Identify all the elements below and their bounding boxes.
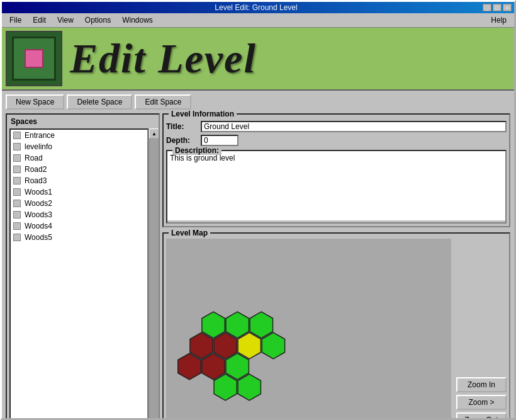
header-area: Edit Level — [2, 28, 514, 91]
title-row: Title: — [166, 121, 507, 132]
list-item-checkbox — [13, 154, 21, 162]
header-title: Edit Level — [70, 35, 257, 82]
level-map-label: Level Map — [169, 229, 210, 237]
list-item-checkbox — [13, 188, 21, 196]
depth-row: Depth: — [166, 135, 507, 146]
list-item[interactable]: Entrance — [11, 130, 147, 141]
hex-cell[interactable] — [226, 353, 249, 380]
list-item-label: Woods2 — [25, 199, 52, 208]
list-item[interactable]: Woods3 — [11, 209, 147, 220]
list-item-label: Entrance — [25, 131, 55, 140]
list-item-label: Road2 — [25, 165, 47, 174]
scroll-track — [149, 139, 159, 420]
list-item[interactable]: Woods5 — [11, 232, 147, 243]
menu-help[interactable]: Help — [486, 14, 512, 26]
right-panel: Level Information Title: Depth: — [162, 113, 510, 420]
list-item-checkbox — [13, 222, 21, 230]
list-item-label: Road3 — [25, 176, 47, 185]
list-item-label: levelinfo — [25, 142, 52, 151]
list-scrollbar[interactable]: ▲ ▼ — [149, 128, 159, 420]
title-input[interactable] — [201, 121, 507, 132]
list-item-checkbox — [13, 166, 21, 173]
menu-windows[interactable]: Windows — [117, 14, 158, 26]
menu-bar: File Edit View Options Windows Help — [2, 13, 514, 28]
menu-options[interactable]: Options — [80, 14, 116, 26]
hex-cell[interactable] — [214, 332, 237, 359]
list-item-label: Woods1 — [25, 188, 52, 196]
depth-label: Depth: — [166, 136, 201, 145]
level-info-label: Level Information — [169, 110, 237, 118]
menu-file[interactable]: File — [4, 14, 26, 26]
content-area: New Space Delete Space Edit Space Spaces… — [2, 91, 514, 420]
list-item-checkbox — [13, 211, 21, 219]
hex-cell[interactable] — [226, 312, 249, 338]
description-input[interactable]: This is ground level — [167, 151, 505, 220]
delete-space-button[interactable]: Delete Space — [67, 94, 132, 110]
hex-cell[interactable] — [178, 353, 201, 380]
hex-cell[interactable] — [238, 374, 261, 400]
header-logo — [6, 31, 62, 86]
main-panels: Spaces EntrancelevelinfoRoadRoad2Road3Wo… — [2, 110, 514, 420]
zoom-in-button[interactable]: Zoom In — [456, 377, 507, 392]
hex-cell[interactable] — [250, 312, 272, 338]
list-container: EntrancelevelinfoRoadRoad2Road3Woods1Woo… — [7, 128, 159, 420]
list-item-checkbox — [13, 132, 21, 139]
list-item[interactable]: Woods4 — [11, 220, 147, 232]
hex-cell[interactable] — [262, 332, 284, 359]
hex-cell[interactable] — [190, 332, 213, 359]
list-item[interactable]: levelinfo — [11, 141, 147, 152]
spaces-title: Spaces — [7, 115, 159, 128]
map-canvas — [166, 239, 451, 420]
left-panel: Spaces EntrancelevelinfoRoadRoad2Road3Wo… — [6, 113, 160, 420]
title-bar-buttons: _ □ × — [483, 4, 512, 11]
menu-edit[interactable]: Edit — [28, 14, 51, 26]
list-item[interactable]: Road2 — [11, 164, 147, 175]
right-panel-inner: Level Information Title: Depth: — [162, 113, 510, 420]
description-label: Description: — [172, 146, 222, 155]
zoom-out-button[interactable]: Zoom Out — [456, 412, 507, 420]
list-item-label: Road — [25, 154, 43, 162]
map-buttons: Zoom In Zoom > Zoom Out — [454, 234, 509, 420]
hex-cell[interactable] — [214, 374, 237, 400]
scroll-up-button[interactable]: ▲ — [149, 128, 159, 139]
hex-map-svg — [172, 308, 311, 415]
list-item-checkbox — [13, 200, 21, 207]
menu-items: File Edit View Options Windows — [4, 14, 158, 26]
list-item[interactable]: Road — [11, 152, 147, 164]
toolbar: New Space Delete Space Edit Space — [2, 91, 514, 110]
description-group: Description: This is ground level — [166, 150, 507, 224]
hex-cell[interactable] — [202, 312, 225, 338]
zoom-mid-button[interactable]: Zoom > — [456, 395, 507, 410]
logo-center — [25, 49, 43, 68]
hex-cell[interactable] — [202, 353, 225, 380]
list-item-checkbox — [13, 177, 21, 184]
maximize-button[interactable]: □ — [493, 4, 502, 11]
list-item[interactable]: Woods2 — [11, 198, 147, 209]
hex-cell[interactable] — [238, 332, 261, 359]
list-item-label: Woods4 — [25, 222, 52, 230]
close-button[interactable]: × — [503, 4, 512, 11]
window-frame: Level Edit: Ground Level _ □ × File Edit… — [0, 0, 516, 420]
list-item-checkbox — [13, 234, 21, 241]
list-item[interactable]: Road3 — [11, 175, 147, 186]
list-item[interactable]: Woods1 — [11, 186, 147, 198]
menu-view[interactable]: View — [52, 14, 79, 26]
level-map-group: Level Map Zoom In Zoom > Zoom Out — [162, 232, 510, 420]
list-item-label: Woods3 — [25, 210, 52, 219]
new-space-button[interactable]: New Space — [6, 94, 64, 110]
edit-space-button[interactable]: Edit Space — [135, 94, 191, 110]
title-bar: Level Edit: Ground Level _ □ × — [2, 2, 514, 13]
logo-inner — [12, 37, 56, 81]
window-title: Level Edit: Ground Level — [30, 3, 483, 12]
minimize-button[interactable]: _ — [483, 4, 491, 11]
list-item-label: Woods5 — [25, 233, 52, 242]
depth-input[interactable] — [201, 135, 238, 146]
list-item-checkbox — [13, 143, 21, 150]
level-info-group: Level Information Title: Depth: — [162, 113, 510, 227]
title-label: Title: — [166, 122, 201, 131]
spaces-list[interactable]: EntrancelevelinfoRoadRoad2Road3Woods1Woo… — [9, 128, 149, 420]
